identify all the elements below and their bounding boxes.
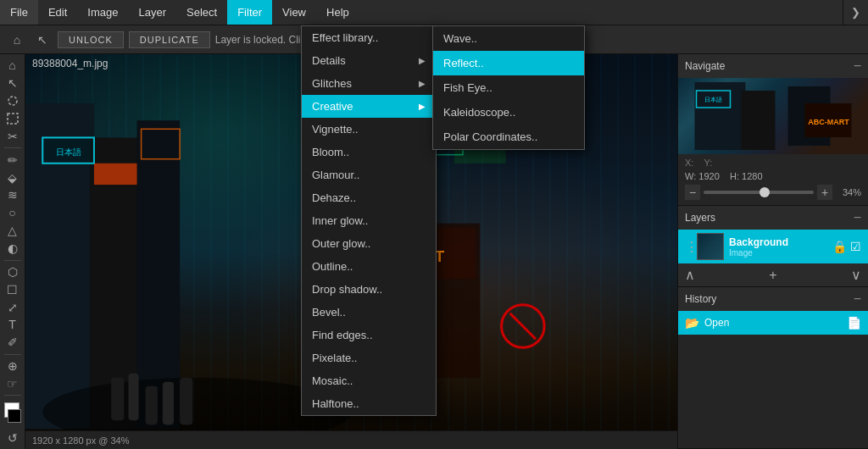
filter-halftone[interactable]: Halftone.. bbox=[302, 392, 436, 415]
layers-section: Layers − ⋮ Background Image 🔒 ☑ ∧ + ∨ bbox=[678, 206, 868, 287]
filter-dehaze[interactable]: Dehaze.. bbox=[302, 186, 436, 209]
rect-select-tool[interactable] bbox=[3, 111, 23, 127]
canvas-status-text: 1920 x 1280 px @ 34% bbox=[32, 435, 130, 446]
filter-dropdown: Effect library.. Details ▶ Glitches ▶ Cr… bbox=[301, 25, 437, 416]
left-toolbar: ⌂ ↖ ✂ ✏ ⬙ ≋ ○ △ ◐ ⬡ ☐ ⤢ T ✐ ⊕ ☞ ↺ bbox=[0, 54, 25, 449]
filter-pixelate[interactable]: Pixelate.. bbox=[302, 346, 436, 369]
brush-tool[interactable]: ✏ bbox=[3, 152, 23, 168]
navigate-header: Navigate − bbox=[678, 54, 868, 78]
zoom-tool[interactable]: ⊕ bbox=[3, 358, 23, 374]
menu-image[interactable]: Image bbox=[77, 0, 128, 25]
history-open-label: Open bbox=[704, 317, 842, 329]
zoom-slider[interactable] bbox=[704, 191, 814, 194]
menu-help[interactable]: Help bbox=[316, 0, 359, 25]
x-label: X: bbox=[685, 158, 693, 168]
filter-creative-label: Creative bbox=[312, 100, 353, 113]
y-label: Y: bbox=[704, 158, 712, 168]
select-tool[interactable]: ↖ bbox=[3, 75, 23, 91]
history-open-icon: 📂 bbox=[685, 316, 699, 330]
layer-lock-icon[interactable]: 🔒 bbox=[832, 240, 847, 253]
history-collapse[interactable]: − bbox=[854, 292, 861, 306]
navigate-section: Navigate − 日本語 ABC-MART X: bbox=[678, 54, 868, 206]
layer-move-up-icon[interactable]: ∧ bbox=[685, 267, 695, 283]
filter-vignette[interactable]: Vignette.. bbox=[302, 118, 436, 141]
layers-collapse[interactable]: − bbox=[854, 211, 861, 224]
text-tool[interactable]: T bbox=[3, 317, 23, 333]
shape-tool[interactable]: ⬡ bbox=[3, 263, 23, 280]
navigate-preview: 日本語 ABC-MART bbox=[678, 78, 868, 154]
filter-details[interactable]: Details ▶ bbox=[302, 49, 436, 72]
navigate-title: Navigate bbox=[685, 60, 725, 72]
layer-add-icon[interactable]: + bbox=[769, 268, 776, 283]
layer-move-down-icon[interactable]: ∨ bbox=[851, 267, 861, 283]
layer-menu-icon[interactable]: ⋮ bbox=[685, 239, 692, 255]
nav-coords: X: Y: bbox=[678, 154, 868, 171]
zoom-out-button[interactable]: − bbox=[685, 185, 700, 200]
filter-outline[interactable]: Outline.. bbox=[302, 255, 436, 278]
filter-glitches-label: Glitches bbox=[312, 77, 352, 90]
filter-drop-shadow[interactable]: Drop shadow.. bbox=[302, 278, 436, 301]
creative-dropdown: Wave.. Reflect.. Fish Eye.. Kaleidoscope… bbox=[432, 25, 585, 150]
clone-tool[interactable]: ≋ bbox=[3, 187, 23, 203]
w-label: W: bbox=[685, 171, 696, 181]
history-item-open[interactable]: 📂 Open 📄 bbox=[678, 311, 868, 335]
layer-thumbnail bbox=[697, 233, 724, 260]
filter-creative-arrow: ▶ bbox=[419, 102, 426, 111]
menu-select[interactable]: Select bbox=[176, 0, 227, 25]
layer-controls: 🔒 ☑ bbox=[832, 240, 861, 253]
creative-polar-coordinates[interactable]: Polar Coordinates.. bbox=[433, 125, 584, 149]
crop-tool[interactable]: ✂ bbox=[3, 129, 23, 145]
svg-rect-1 bbox=[8, 114, 18, 124]
pointer-tool[interactable]: ↖ bbox=[32, 30, 53, 50]
creative-reflect[interactable]: Reflect.. bbox=[433, 51, 584, 75]
hand-tool[interactable]: ☞ bbox=[3, 375, 23, 391]
duplicate-button[interactable]: DUPLICATE bbox=[129, 31, 210, 48]
heal-tool[interactable]: ○ bbox=[3, 205, 23, 221]
lasso-tool[interactable] bbox=[3, 93, 23, 109]
filter-effect-library[interactable]: Effect library.. bbox=[302, 26, 436, 49]
filter-mosaic[interactable]: Mosaic.. bbox=[302, 369, 436, 392]
filter-outer-glow[interactable]: Outer glow.. bbox=[302, 232, 436, 255]
move-tool[interactable]: ⌂ bbox=[3, 58, 23, 74]
transform-tool[interactable]: ⤢ bbox=[3, 299, 23, 315]
filter-details-arrow: ▶ bbox=[419, 56, 426, 65]
filter-inner-glow[interactable]: Inner glow.. bbox=[302, 209, 436, 232]
filter-find-edges[interactable]: Find edges.. bbox=[302, 324, 436, 346]
menu-filter[interactable]: Filter bbox=[227, 0, 272, 25]
rect-tool[interactable]: ☐ bbox=[3, 281, 23, 297]
creative-wave[interactable]: Wave.. bbox=[433, 26, 584, 51]
menu-file[interactable]: File bbox=[0, 0, 38, 25]
eraser-tool[interactable]: ⬙ bbox=[3, 169, 23, 186]
history-file-icon: 📄 bbox=[847, 316, 861, 330]
creative-kaleidoscope[interactable]: Kaleidoscope.. bbox=[433, 100, 584, 125]
history-section: History − 📂 Open 📄 bbox=[678, 287, 868, 449]
canvas-filename: 89388004_m.jpg bbox=[32, 58, 108, 69]
navigate-collapse[interactable]: − bbox=[854, 59, 861, 73]
layer-visible-icon[interactable]: ☑ bbox=[850, 240, 861, 253]
layer-item-background[interactable]: ⋮ Background Image 🔒 ☑ bbox=[678, 230, 868, 263]
menu-view[interactable]: View bbox=[272, 0, 316, 25]
pen-tool[interactable]: ✐ bbox=[3, 335, 23, 351]
h-value: 1280 bbox=[742, 171, 762, 181]
layer-actions: ∧ + ∨ bbox=[678, 263, 868, 286]
filter-glamour[interactable]: Glamour.. bbox=[302, 164, 436, 186]
zoom-in-button[interactable]: + bbox=[817, 185, 832, 200]
filter-bevel[interactable]: Bevel.. bbox=[302, 301, 436, 324]
filter-glitches[interactable]: Glitches ▶ bbox=[302, 72, 436, 95]
filter-creative[interactable]: Creative ▶ bbox=[302, 95, 436, 118]
menu-layer[interactable]: Layer bbox=[129, 0, 177, 25]
nav-dims: W: 1920 H: 1280 bbox=[678, 171, 868, 183]
rotate-tool[interactable]: ↺ bbox=[3, 430, 23, 446]
layers-header: Layers − bbox=[678, 206, 868, 230]
zoom-value: 34% bbox=[836, 187, 861, 197]
menu-edit[interactable]: Edit bbox=[38, 0, 77, 25]
unlock-button[interactable]: UNLOCK bbox=[58, 31, 124, 48]
filter-bloom[interactable]: Bloom.. bbox=[302, 141, 436, 164]
home-tool[interactable]: ⌂ bbox=[7, 30, 27, 50]
dodge-tool[interactable]: ◐ bbox=[3, 241, 23, 257]
background-color[interactable] bbox=[8, 409, 21, 423]
smudge-tool[interactable]: △ bbox=[3, 223, 23, 239]
expand-icon[interactable]: ❯ bbox=[843, 0, 868, 25]
creative-fish-eye[interactable]: Fish Eye.. bbox=[433, 75, 584, 100]
layer-info: Background Image bbox=[729, 236, 827, 258]
